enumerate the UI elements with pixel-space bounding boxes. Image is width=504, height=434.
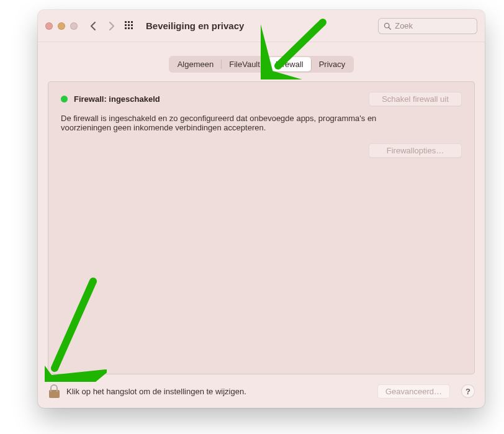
advanced-button[interactable]: Geavanceerd… — [377, 384, 450, 399]
tab-bar: Algemeen FileVault Firewall Privacy — [169, 56, 354, 73]
svg-line-10 — [389, 27, 390, 29]
status-indicator-icon — [61, 96, 68, 102]
search-field[interactable] — [378, 18, 477, 34]
svg-rect-6 — [125, 27, 127, 29]
tab-filevault[interactable]: FileVault — [222, 57, 268, 71]
preferences-window: Beveiliging en privacy Algemeen FileVaul… — [38, 10, 485, 408]
svg-rect-3 — [125, 24, 127, 26]
firewall-status-row: Firewall: ingeschakeld Schakel firewall … — [61, 92, 462, 106]
svg-rect-2 — [131, 21, 133, 23]
svg-rect-5 — [131, 24, 133, 26]
disable-firewall-button[interactable]: Schakel firewall uit — [369, 92, 462, 106]
window-title: Beveiliging en privacy — [146, 20, 244, 31]
tab-firewall[interactable]: Firewall — [268, 57, 311, 71]
svg-rect-8 — [131, 27, 133, 29]
firewall-status-label: Firewall: ingeschakeld — [74, 94, 160, 104]
zoom-window-button[interactable] — [70, 22, 78, 30]
lock-button[interactable] — [48, 384, 60, 398]
lock-hint-text: Klik op het hangslot om de instellingen … — [66, 387, 246, 396]
lock-shackle-icon — [50, 384, 58, 392]
search-input[interactable] — [395, 21, 472, 30]
svg-rect-1 — [128, 21, 130, 23]
content-area: Algemeen FileVault Firewall Privacy Fire… — [38, 42, 485, 374]
forward-button[interactable] — [102, 18, 120, 34]
svg-rect-0 — [125, 21, 127, 23]
svg-rect-4 — [128, 24, 130, 26]
firewall-options-button[interactable]: Firewallopties… — [369, 143, 462, 158]
minimize-window-button[interactable] — [58, 22, 65, 30]
help-button[interactable]: ? — [461, 384, 475, 398]
tab-algemeen[interactable]: Algemeen — [170, 57, 222, 71]
back-button[interactable] — [85, 18, 102, 34]
grid-icon — [125, 21, 135, 31]
footer: Klik op het hangslot om de instellingen … — [38, 374, 485, 408]
firewall-description: De firewall is ingeschakeld en zo geconf… — [61, 114, 408, 132]
tab-privacy[interactable]: Privacy — [312, 57, 353, 71]
titlebar: Beveiliging en privacy — [38, 10, 485, 42]
show-all-button[interactable] — [121, 18, 138, 34]
firewall-pane: Firewall: ingeschakeld Schakel firewall … — [48, 81, 475, 374]
svg-rect-7 — [128, 27, 130, 29]
search-icon — [384, 22, 391, 30]
traffic-lights — [45, 22, 78, 30]
chevron-right-icon — [107, 22, 115, 30]
chevron-left-icon — [90, 22, 97, 30]
close-window-button[interactable] — [45, 22, 53, 30]
